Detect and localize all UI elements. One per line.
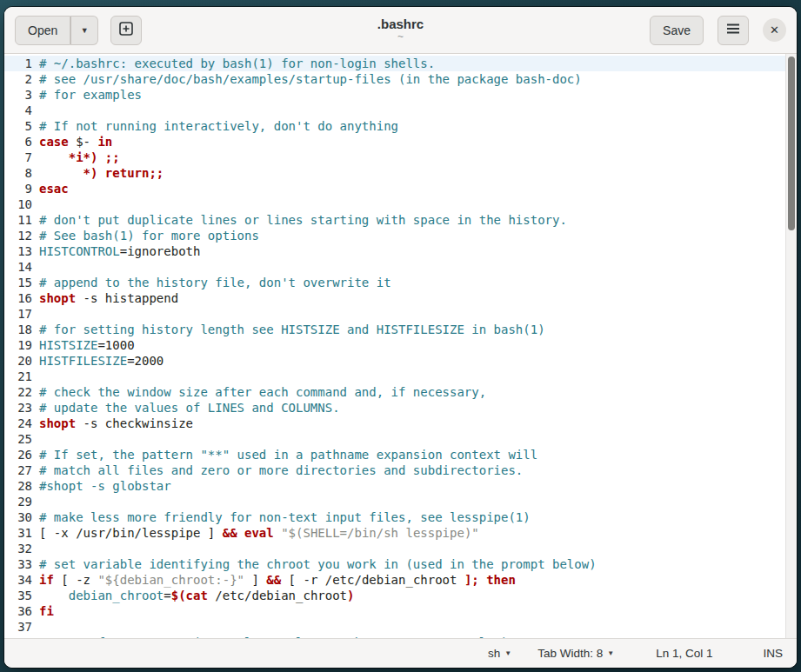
line-code: case $- in (39, 134, 112, 150)
editor-line[interactable]: 18# for setting history length see HISTS… (4, 322, 797, 337)
editor-line[interactable]: 30# make less more friendly for non-text… (4, 509, 797, 525)
line-number: 14 (4, 259, 39, 275)
editor-line[interactable]: 34if [ -z "${debian_chroot:-}" ] && [ -r… (4, 572, 797, 588)
close-window-button[interactable]: ✕ (763, 18, 786, 42)
editor-line[interactable]: 11# don't put duplicate lines or lines s… (4, 212, 797, 228)
editor-line[interactable]: 3# for examples (4, 87, 797, 103)
line-number: 21 (4, 369, 39, 384)
editor-line[interactable]: 21 (4, 369, 797, 384)
headerbar-right-group: Save ✕ (650, 16, 786, 45)
line-number: 26 (4, 447, 39, 462)
line-code: # don't put duplicate lines or lines sta… (39, 212, 567, 228)
editor-line[interactable]: 2# see /usr/share/doc/bash/examples/star… (4, 71, 797, 87)
line-code: fi (39, 603, 54, 619)
editor-line[interactable]: 16shopt -s histappend (4, 290, 797, 306)
line-code: # update the values of LINES and COLUMNS… (39, 400, 340, 416)
line-number: 37 (4, 619, 39, 635)
editor-line[interactable]: 23# update the values of LINES and COLUM… (4, 400, 797, 416)
line-number: 23 (4, 400, 39, 416)
line-number: 16 (4, 290, 39, 306)
editor-line[interactable]: 6case $- in (4, 134, 797, 150)
menu-button[interactable] (718, 16, 749, 45)
cursor-position-button[interactable]: Ln 1, Col 1 (656, 647, 712, 660)
line-number: 4 (4, 103, 39, 118)
open-recent-dropdown-button[interactable]: ▼ (70, 16, 98, 45)
editor-line[interactable]: 10 (4, 196, 797, 212)
chevron-down-icon: ▼ (607, 649, 614, 657)
editor-line[interactable]: 13HISTCONTROL=ignoreboth (4, 243, 797, 259)
line-number: 15 (4, 275, 39, 290)
editor-line[interactable]: 32 (4, 541, 797, 556)
line-number: 24 (4, 416, 39, 431)
line-code: HISTFILESIZE=2000 (39, 353, 164, 369)
editor-line[interactable]: 37 (4, 619, 797, 635)
language-selector[interactable]: sh ▼ (488, 647, 511, 660)
hamburger-menu-icon (726, 23, 740, 37)
line-number: 19 (4, 337, 39, 353)
window-title-block: .bashrc ~ (377, 17, 424, 43)
editor-line[interactable]: 12# See bash(1) for more options (4, 228, 797, 243)
save-button[interactable]: Save (650, 16, 704, 45)
editor-line[interactable]: 35 debian_chroot=$(cat /etc/debian_chroo… (4, 588, 797, 603)
text-editor-area[interactable]: 1# ~/.bashrc: executed by bash(1) for no… (4, 54, 797, 638)
editor-line[interactable]: 19HISTSIZE=1000 (4, 337, 797, 353)
chevron-down-icon: ▼ (504, 649, 511, 657)
cursor-position-label: Ln 1, Col 1 (656, 647, 712, 660)
editor-line[interactable]: 22# check the window size after each com… (4, 384, 797, 400)
editor-line[interactable]: 26# If set, the pattern "**" used in a p… (4, 447, 797, 462)
editor-line[interactable]: 5# If not running interactively, don't d… (4, 118, 797, 134)
new-tab-button[interactable] (110, 16, 142, 45)
editor-line[interactable]: 9esac (4, 181, 797, 196)
editor-line[interactable]: 29 (4, 494, 797, 509)
line-number: 22 (4, 384, 39, 400)
line-number: 32 (4, 541, 39, 556)
line-number: 36 (4, 603, 39, 619)
line-code: if [ -z "${debian_chroot:-}" ] && [ -r /… (39, 572, 516, 588)
line-number: 38 (4, 635, 39, 638)
editor-line[interactable]: 1# ~/.bashrc: executed by bash(1) for no… (4, 56, 797, 71)
editor-line[interactable]: 33# set variable identifying the chroot … (4, 556, 797, 572)
line-number: 27 (4, 462, 39, 478)
open-button[interactable]: Open (15, 16, 70, 45)
insert-mode-indicator[interactable]: INS (763, 647, 783, 660)
chevron-down-icon: ▼ (81, 26, 89, 35)
editor-line[interactable]: 8 *) return;; (4, 165, 797, 181)
line-code: shopt -s checkwinsize (39, 416, 193, 431)
line-code: [ -x /usr/bin/lesspipe ] && eval "$(SHEL… (39, 525, 479, 541)
tab-width-selector[interactable]: Tab Width: 8 ▼ (537, 647, 614, 660)
scrollbar-thumb[interactable] (788, 57, 795, 230)
editor-line[interactable]: 28#shopt -s globstar (4, 478, 797, 494)
line-code: # see /usr/share/doc/bash/examples/start… (39, 71, 582, 87)
line-number: 30 (4, 509, 39, 525)
insert-mode-label: INS (763, 647, 783, 660)
open-split-button: Open ▼ (15, 16, 98, 45)
line-number: 20 (4, 353, 39, 369)
line-number: 7 (4, 150, 39, 165)
editor-line[interactable]: 36fi (4, 603, 797, 619)
editor-line[interactable]: 14 (4, 259, 797, 275)
editor-line[interactable]: 24shopt -s checkwinsize (4, 416, 797, 431)
tab-width-label: Tab Width: 8 (537, 647, 603, 660)
editor-line[interactable]: 25 (4, 431, 797, 447)
language-label: sh (488, 647, 500, 660)
line-code: # make less more friendly for non-text i… (39, 509, 531, 525)
editor-line[interactable]: 38# set a fancy prompt (non-color, unles… (4, 635, 797, 638)
line-number: 35 (4, 588, 39, 603)
editor-lines: 1# ~/.bashrc: executed by bash(1) for no… (4, 56, 797, 638)
line-number: 12 (4, 228, 39, 243)
editor-line[interactable]: 15# append to the history file, don't ov… (4, 275, 797, 290)
text-editor-window: Open ▼ .bashrc ~ Save (4, 7, 797, 668)
vertical-scrollbar[interactable] (785, 54, 797, 638)
line-number: 9 (4, 181, 39, 196)
line-code: # set a fancy prompt (non-color, unless … (39, 635, 508, 638)
editor-line[interactable]: 27# match all files and zero or more dir… (4, 462, 797, 478)
line-code: # If not running interactively, don't do… (39, 118, 398, 134)
line-number: 13 (4, 243, 39, 259)
editor-line[interactable]: 31[ -x /usr/bin/lesspipe ] && eval "$(SH… (4, 525, 797, 541)
editor-line[interactable]: 4 (4, 103, 797, 118)
editor-line[interactable]: 20HISTFILESIZE=2000 (4, 353, 797, 369)
editor-line[interactable]: 7 *i*) ;; (4, 150, 797, 165)
editor-line[interactable]: 17 (4, 306, 797, 322)
line-code: shopt -s histappend (39, 290, 178, 306)
line-number: 3 (4, 87, 39, 103)
